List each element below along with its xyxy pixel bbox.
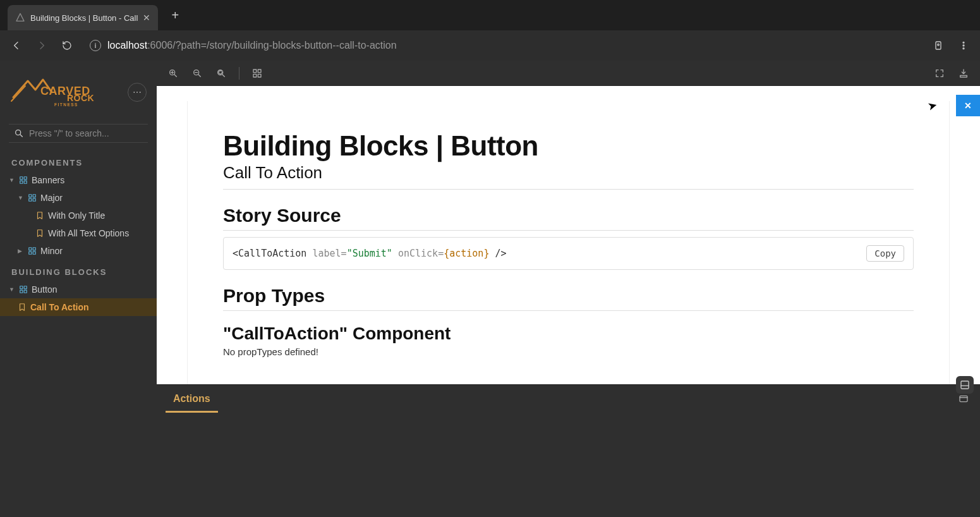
svg-rect-10 [24,177,27,179]
url-bar-row: i localhost:6006/?path=/story/building-b… [0,30,980,61]
no-proptypes-text: No propTypes defined! [223,346,914,357]
url-field[interactable]: i localhost:6006/?path=/story/building-b… [82,35,923,56]
component-icon [28,246,37,255]
building-blocks-tree: ▼ Button Call To Action [0,281,157,316]
caret-down-icon: ▼ [9,177,15,183]
search-box[interactable] [9,124,148,143]
svg-rect-13 [29,195,32,197]
sidebar-item-label: Minor [40,246,63,256]
svg-rect-28 [253,70,257,73]
svg-rect-23 [20,290,23,293]
open-canvas-button[interactable] [956,66,971,81]
addon-tab-actions[interactable]: Actions [166,387,218,413]
sidebar-item-button[interactable]: ▼ Button [0,281,157,298]
preview-canvas: ✕ ➤ Building Blocks | Button Call To Act… [157,86,980,384]
sidebar-item-with-only-title[interactable]: With Only Title [0,207,157,224]
addon-panel-tools [955,390,972,408]
svg-point-8 [16,130,21,135]
svg-rect-15 [29,198,32,201]
svg-rect-32 [960,75,967,77]
panel-layout-button[interactable] [955,390,972,408]
svg-rect-33 [961,381,969,389]
sidebar-menu-button[interactable]: ⋯ [128,83,147,102]
addon-panel: Actions [157,384,980,517]
browser-chrome: Building Blocks | Button - Call ✕ + i lo… [0,0,980,61]
sidebar-item-label: With All Text Options [48,228,129,238]
close-panel-button[interactable]: ✕ [956,95,980,116]
site-info-icon[interactable]: i [90,40,101,51]
reload-button[interactable] [57,35,77,56]
url-host: localhost [107,40,147,51]
section-header-components: COMPONENTS [0,150,157,171]
canvas-wrap: ✕ ➤ Building Blocks | Button Call To Act… [157,86,980,517]
sidebar-item-label: Call To Action [30,302,89,312]
browser-tab[interactable]: Building Blocks | Button - Call ✕ [8,5,158,30]
browser-menu-button[interactable] [953,35,974,56]
svg-rect-9 [20,177,23,179]
addon-tabs: Actions [157,385,980,413]
url-text: localhost:6006/?path=/story/building-blo… [107,40,397,51]
tab-bar: Building Blocks | Button - Call ✕ + [0,0,980,30]
doc-subtitle: Call To Action [223,163,914,183]
tab-favicon-icon [15,13,25,23]
svg-point-4 [963,48,964,49]
svg-point-3 [963,45,964,46]
components-tree: ▼ Banners ▼ Major With Only Title [0,171,157,260]
search-input[interactable] [29,128,143,138]
sidebar-item-banners[interactable]: ▼ Banners [0,171,157,189]
source-code: <CallToAction label="Submit" onClick={ac… [233,248,866,259]
story-icon [35,229,44,238]
sidebar-item-call-to-action[interactable]: Call To Action [0,298,157,316]
svg-rect-17 [29,248,32,250]
zoom-reset-button[interactable] [214,66,229,81]
divider [223,189,914,190]
forward-button[interactable] [32,35,52,56]
svg-rect-24 [24,290,27,293]
profile-button[interactable] [928,35,948,56]
svg-rect-16 [33,198,35,201]
main-panel: ✕ ➤ Building Blocks | Button Call To Act… [157,61,980,517]
url-port: :6006 [147,40,172,51]
sidebar-item-label: Banners [32,175,64,185]
sidebar-item-minor[interactable]: ▶ Minor [0,242,157,260]
search-icon [14,128,24,138]
tab-close-icon[interactable]: ✕ [143,13,150,23]
sidebar-item-label: Major [40,193,63,203]
tab-title: Building Blocks | Button - Call [30,13,138,23]
sidebar-item-label: Button [32,284,57,295]
sidebar-item-major[interactable]: ▼ Major [0,189,157,207]
caret-down-icon: ▼ [18,195,24,201]
source-code-block: <CallToAction label="Submit" onClick={ac… [223,237,914,270]
svg-rect-12 [24,181,27,183]
brand-logo: CARVED ROCK FITNESS [10,73,105,111]
svg-text:FITNESS: FITNESS [54,102,78,107]
copy-button[interactable]: Copy [866,245,904,262]
preview-toolbar [157,61,980,86]
svg-text:ROCK: ROCK [67,93,94,103]
prop-types-heading: Prop Types [223,285,914,311]
back-button[interactable] [6,35,27,56]
sidebar-item-label: With Only Title [48,210,105,221]
story-icon [18,303,27,312]
storybook-app: CARVED ROCK FITNESS ⋯ COMPONENTS ▼ Banne… [0,61,980,517]
story-document: Building Blocks | Button Call To Action … [187,101,950,384]
story-source-heading: Story Source [223,205,914,231]
new-tab-button[interactable]: + [166,6,185,25]
sidebar-item-with-all-text-options[interactable]: With All Text Options [0,224,157,242]
svg-rect-11 [20,181,23,183]
component-icon [19,285,28,294]
grid-button[interactable] [250,66,265,81]
svg-rect-20 [33,252,35,254]
svg-rect-30 [253,74,257,77]
toolbar-separator [239,67,239,80]
svg-rect-18 [33,248,35,250]
url-path: /?path=/story/building-blocks-button--ca… [172,40,396,51]
zoom-in-button[interactable] [166,66,181,81]
svg-rect-34 [960,396,967,401]
fullscreen-button[interactable] [932,66,947,81]
zoom-out-button[interactable] [190,66,205,81]
caret-right-icon: ▶ [18,248,24,254]
section-header-building-blocks: BUILDING BLOCKS [0,260,157,281]
logo-row: CARVED ROCK FITNESS ⋯ [0,68,157,120]
svg-rect-19 [29,252,32,254]
